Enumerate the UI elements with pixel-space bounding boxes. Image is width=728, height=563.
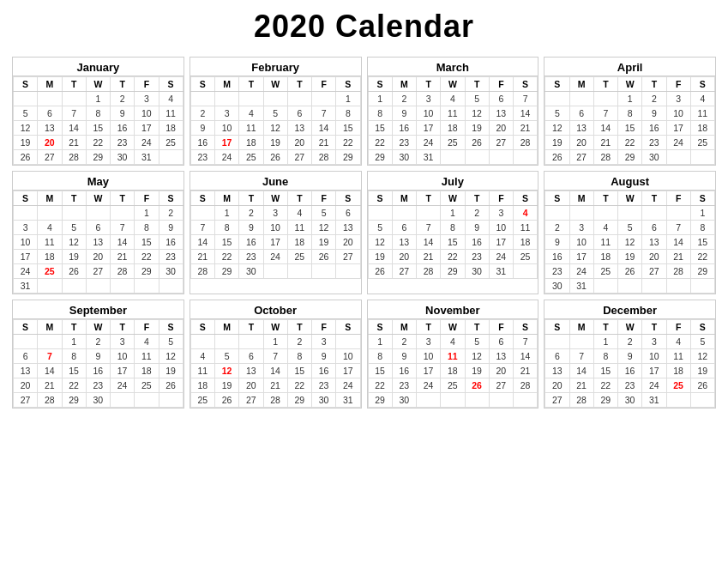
calendar-day: 3 — [489, 206, 513, 221]
calendar-day: 22 — [336, 136, 360, 150]
weekday-header: S — [14, 191, 38, 206]
calendar-day: 20 — [86, 250, 110, 264]
calendar-day: 21 — [514, 364, 538, 378]
weekday-header: S — [368, 320, 392, 335]
calendar-day — [263, 92, 287, 106]
calendar-day: 14 — [312, 121, 336, 136]
calendar-day: 7 — [417, 221, 441, 235]
calendar-day: 7 — [312, 106, 336, 121]
calendar-day: 2 — [642, 92, 666, 106]
calendar-day: 25 — [159, 136, 183, 150]
calendar-day: 19 — [263, 136, 287, 150]
calendar-day: 16 — [545, 250, 569, 264]
calendar-day: 27 — [489, 136, 513, 150]
weekday-header: F — [312, 191, 336, 206]
calendar-day: 18 — [441, 121, 465, 136]
month-table: SMTWTFS123456789101112131415161718192021… — [544, 319, 715, 408]
calendar-day: 17 — [263, 235, 287, 250]
calendar-day: 4 — [239, 106, 263, 121]
calendar-day: 29 — [593, 393, 617, 408]
calendar-day: 19 — [159, 364, 183, 378]
weekday-header: F — [666, 320, 690, 335]
calendar-day: 11 — [239, 121, 263, 136]
weekday-header: W — [263, 320, 287, 335]
calendar-day: 24 — [215, 150, 239, 165]
calendar-day: 4 — [593, 221, 617, 235]
calendar-day: 6 — [545, 349, 569, 364]
calendar-day: 13 — [545, 364, 569, 378]
calendar-day — [690, 393, 714, 408]
calendar-day: 18 — [593, 250, 617, 264]
calendar-day: 25 — [38, 264, 62, 279]
calendar-day — [14, 335, 38, 349]
weekday-header: W — [618, 191, 642, 206]
calendar-day: 12 — [62, 235, 86, 250]
calendar-day: 3 — [263, 206, 287, 221]
weekday-header: T — [417, 77, 441, 92]
calendar-day: 7 — [111, 221, 135, 235]
weekday-header: M — [38, 320, 62, 335]
calendar-day: 19 — [215, 378, 239, 393]
calendar-day: 5 — [465, 92, 489, 106]
calendar-day: 24 — [489, 250, 513, 264]
calendar-day: 10 — [336, 349, 360, 364]
calendar-day: 27 — [239, 393, 263, 408]
calendar-day: 9 — [239, 221, 263, 235]
weekday-header: T — [111, 191, 135, 206]
calendar-day: 1 — [368, 335, 392, 349]
calendar-day — [336, 335, 360, 349]
calendar-day — [312, 264, 336, 279]
calendar-day: 8 — [368, 106, 392, 121]
calendar-day: 22 — [368, 136, 392, 150]
month-table: SMTWTFS123456789101112131415161718192021… — [368, 191, 538, 279]
calendar-day: 25 — [666, 378, 690, 393]
calendar-day: 25 — [690, 136, 714, 150]
calendar-day: 4 — [514, 206, 538, 221]
calendar-day: 15 — [690, 235, 714, 250]
calendar-day: 1 — [368, 92, 392, 106]
calendar-day: 11 — [159, 106, 183, 121]
calendar-day: 7 — [38, 349, 62, 364]
calendar-day — [62, 92, 86, 106]
calendar-day: 29 — [86, 150, 110, 165]
calendar-day — [569, 206, 593, 221]
weekday-header: T — [642, 320, 666, 335]
calendar-day: 11 — [441, 106, 465, 121]
calendar-day: 28 — [417, 264, 441, 279]
calendar-day: 18 — [135, 364, 159, 378]
calendar-day: 10 — [642, 349, 666, 364]
calendar-day — [38, 279, 62, 294]
calendar-day — [642, 206, 666, 221]
calendar-day: 12 — [312, 221, 336, 235]
calendar-day: 28 — [111, 264, 135, 279]
calendar-day: 4 — [441, 335, 465, 349]
weekday-header: S — [159, 77, 183, 92]
calendar-day: 1 — [135, 206, 159, 221]
calendar-day: 20 — [14, 378, 38, 393]
calendar-day: 18 — [38, 250, 62, 264]
calendar-day: 21 — [417, 250, 441, 264]
calendar-day: 3 — [642, 335, 666, 349]
calendar-day — [287, 264, 311, 279]
calendar-day: 1 — [618, 92, 642, 106]
calendar-day: 21 — [312, 136, 336, 150]
calendar-day: 6 — [86, 221, 110, 235]
calendar-day — [545, 92, 569, 106]
calendar-day: 21 — [593, 136, 617, 150]
calendar-day: 16 — [312, 364, 336, 378]
weekday-header: S — [159, 320, 183, 335]
calendar-day: 9 — [392, 349, 416, 364]
calendar-day: 23 — [159, 250, 183, 264]
month-table: SMTWTFS123456789101112131415161718192021… — [13, 319, 184, 408]
calendar-day: 29 — [215, 264, 239, 279]
calendar-day — [690, 279, 714, 294]
calendar-day: 24 — [263, 250, 287, 264]
calendar-day: 23 — [312, 378, 336, 393]
calendar-day: 21 — [38, 378, 62, 393]
calendar-day: 21 — [190, 250, 214, 264]
calendar-day: 3 — [111, 335, 135, 349]
calendar-day: 1 — [690, 206, 714, 221]
calendar-day: 23 — [392, 378, 416, 393]
calendar-day: 8 — [86, 106, 110, 121]
calendar-day: 10 — [135, 106, 159, 121]
